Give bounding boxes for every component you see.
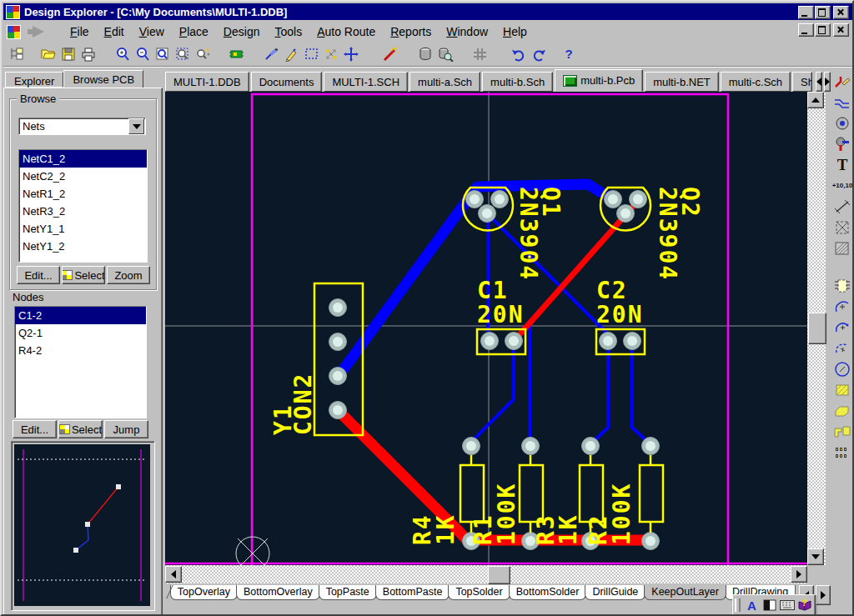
tab-sheet1-sch[interactable]: Sheet1.Sch [792, 72, 812, 92]
browse-mode-dropdown[interactable]: Nets [18, 118, 146, 135]
dropdown-arrow-icon[interactable] [128, 118, 144, 134]
display-contrast-icon[interactable] [761, 597, 778, 613]
vertical-scrollbar[interactable] [807, 92, 826, 565]
deselect-icon[interactable] [322, 44, 342, 64]
net-edit-button[interactable]: Edit... [17, 266, 60, 284]
tab-multi-b-net[interactable]: multi-b.NET [645, 72, 719, 92]
layer-tab-topoverlay[interactable]: TopOverlay [170, 585, 238, 600]
menu-design[interactable]: Design [216, 23, 268, 41]
scroll-right-icon[interactable] [791, 566, 807, 583]
menu-auto-route[interactable]: Auto Route [309, 23, 383, 41]
label-c2-value[interactable]: 20N [596, 301, 644, 328]
redo-icon[interactable] [529, 44, 549, 64]
arc-edge-tool-icon[interactable] [831, 317, 853, 338]
plane-fill-icon[interactable] [831, 238, 853, 258]
tab-scroll-left-icon[interactable] [816, 72, 822, 92]
toggle-panel-icon[interactable] [7, 44, 27, 64]
autoroute-tool-icon[interactable] [380, 44, 400, 64]
scroll-up-icon[interactable] [807, 92, 824, 108]
nets-list[interactable]: NetC1_2 NetC2_2 NetR1_2 NetR3_2 NetY1_1 … [18, 149, 148, 263]
pad-tool-icon[interactable] [831, 113, 853, 133]
child-restore-button[interactable] [815, 23, 831, 37]
place-component-icon[interactable] [831, 275, 853, 296]
horizontal-scrollbar-thumb[interactable] [488, 566, 510, 584]
list-item-net[interactable]: NetC1_2 [19, 150, 147, 168]
close-button[interactable] [833, 6, 849, 19]
node-select-button[interactable]: Select [58, 420, 103, 438]
layer-scroll-right-icon[interactable] [816, 585, 831, 605]
list-item-net[interactable]: NetY1_2 [19, 238, 147, 255]
polygon-plane-icon[interactable] [831, 400, 853, 421]
layer-tab-keepoutlayer[interactable]: KeepOutLayer [644, 585, 726, 600]
font-tool-icon[interactable]: A [743, 597, 761, 613]
paste-array-icon[interactable] [831, 442, 853, 463]
tab-multi-1-sch[interactable]: MULTI-1.SCH [324, 72, 408, 92]
minimize-button[interactable] [798, 6, 814, 19]
draw-line-icon[interactable] [282, 44, 302, 64]
split-plane-icon[interactable] [831, 421, 853, 442]
help-book-icon[interactable]: ? [796, 597, 813, 613]
vertical-scrollbar-thumb[interactable] [808, 313, 826, 344]
child-close-button[interactable] [833, 23, 849, 37]
node-edit-button[interactable]: Edit... [13, 420, 57, 438]
save-icon[interactable] [58, 44, 78, 64]
track[interactable] [530, 322, 530, 444]
scroll-down-icon[interactable] [807, 548, 824, 565]
label-r4-value[interactable]: 1K [432, 513, 460, 545]
wiring-tool-icon[interactable] [262, 44, 282, 64]
via-tool-icon[interactable] [831, 133, 853, 154]
list-item-node[interactable]: R4-2 [15, 342, 146, 359]
zoom-out-icon[interactable] [133, 44, 153, 64]
navigation-arrow-icon[interactable] [33, 26, 44, 38]
label-q1-value[interactable]: 2N3904 [515, 187, 542, 281]
dimension-tool-icon[interactable] [831, 196, 853, 217]
select-area-icon[interactable] [302, 44, 322, 64]
nodes-list[interactable]: C1-2 Q2-1 R4-2 [14, 306, 147, 418]
toolbar-grip[interactable] [735, 598, 741, 612]
browse-component-icon[interactable] [227, 44, 247, 64]
label-r2-value[interactable]: 100K [608, 483, 635, 545]
floating-toolbar[interactable]: A ? [732, 594, 816, 616]
net-select-button[interactable]: Select [62, 266, 105, 284]
grid-toggle-icon[interactable] [470, 44, 490, 64]
tab-browse-pcb[interactable]: Browse PCB [63, 70, 143, 88]
menu-edit[interactable]: Edit [97, 23, 132, 41]
label-r1-value[interactable]: 100K [493, 483, 520, 545]
pcb-editor-canvas[interactable]: Q1 2N3904 Q2 2N3904 C1 20N C2 20N Y1 CON… [165, 92, 807, 565]
menu-window[interactable]: Window [439, 23, 495, 41]
menu-help[interactable]: Help [495, 23, 535, 41]
undo-icon[interactable] [509, 44, 529, 64]
maximize-button[interactable] [815, 6, 831, 19]
layer-tab-drillguide[interactable]: DrillGuide [585, 585, 646, 600]
list-item-node[interactable]: Q2-1 [15, 324, 146, 342]
label-c1-value[interactable]: 20N [477, 301, 525, 328]
label-q2-value[interactable]: 2N3904 [654, 187, 681, 281]
help-icon[interactable]: ? [559, 44, 579, 64]
node-jump-button[interactable]: Jump [104, 420, 148, 438]
title-bar[interactable]: Design Explorer - [C:\My Documents\MULTI… [3, 3, 852, 20]
tab-documents[interactable]: Documents [251, 72, 323, 92]
horizontal-scrollbar[interactable] [165, 565, 807, 583]
child-minimize-button[interactable] [798, 23, 814, 37]
app-icon[interactable] [6, 5, 20, 19]
zoom-selection-icon[interactable] [193, 44, 214, 64]
move-tool-icon[interactable] [342, 44, 362, 64]
open-document-icon[interactable] [38, 44, 58, 64]
fill-tool-icon[interactable] [831, 379, 853, 400]
circle-tool-icon[interactable] [831, 358, 853, 379]
zoom-window-icon[interactable] [153, 44, 173, 64]
tab-multi-b-pcb[interactable]: multi-b.Pcb [555, 69, 643, 92]
tab-multi-b-sch[interactable]: multi-b.Sch [482, 72, 553, 92]
3d-browse-icon[interactable] [435, 44, 455, 64]
tab-scroll-right-icon[interactable] [824, 72, 831, 92]
zoom-in-icon[interactable] [113, 44, 133, 64]
print-icon[interactable] [78, 44, 98, 64]
label-r3-value[interactable]: 1K [555, 513, 582, 545]
list-item-net[interactable]: NetY1_1 [19, 220, 147, 238]
3d-view-icon[interactable] [415, 44, 435, 64]
menu-place[interactable]: Place [172, 23, 216, 41]
list-item-net[interactable]: NetR1_2 [19, 185, 147, 203]
zoom-document-icon[interactable] [173, 44, 193, 64]
document-icon[interactable] [7, 25, 21, 39]
board-preview[interactable] [14, 444, 150, 606]
